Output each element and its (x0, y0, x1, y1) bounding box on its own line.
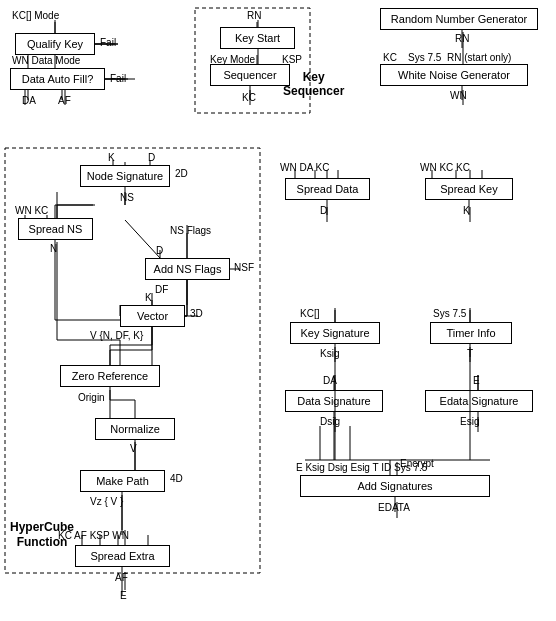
timer-info-box: Timer Info (430, 322, 512, 344)
rn-start-label: RN (start only) (447, 52, 511, 63)
random-number-box: Random Number Generator (380, 8, 538, 30)
edata-label: EDATA (378, 502, 410, 513)
af2-label: AF (115, 572, 128, 583)
normalize-box: Normalize (95, 418, 175, 440)
e1-label: E (120, 590, 127, 601)
wn-da-kc-label: WN DA KC (280, 162, 329, 173)
kc3-label: KC[] (300, 308, 319, 319)
kc-af-ksp-wn-label: KC AF KSP WN (58, 530, 129, 541)
vz-label: Vz { V } (90, 496, 123, 507)
kc2-label: KC (383, 52, 397, 63)
key-sequencer-label: KeySequencer (283, 70, 344, 98)
n-label: N (50, 243, 57, 254)
rn-label: RN (247, 10, 261, 21)
sys75-label: Sys 7.5 (408, 52, 441, 63)
da-label: DA (22, 95, 36, 106)
d2-label: D (156, 245, 163, 256)
esig-label: Esig (460, 416, 479, 427)
kc-seq-label: KC (242, 92, 256, 103)
key-signature-box: Key Signature (290, 322, 380, 344)
wn-kc-label: WN KC (15, 205, 48, 216)
sequencer-box: Sequencer (210, 64, 290, 86)
k-label: K (108, 152, 115, 163)
data-auto-fill-box: Data Auto Fill? (10, 68, 105, 90)
edata-signature-box: Edata Signature (425, 390, 533, 412)
dsig-label: Dsig (320, 416, 340, 427)
add-ns-flags-box: Add NS Flags (145, 258, 230, 280)
2d-label: 2D (175, 168, 188, 179)
4d-label: 4D (170, 473, 183, 484)
key-start-box: Key Start (220, 27, 295, 49)
sys75-2-label: Sys 7.5 (433, 308, 466, 319)
spread-key-box: Spread Key (425, 178, 513, 200)
d-label: D (148, 152, 155, 163)
rn2-label: RN (455, 33, 469, 44)
zero-reference-box: Zero Reference (60, 365, 160, 387)
df-label: DF (155, 284, 168, 295)
nsf-label: NSF (234, 262, 254, 273)
spread-ns-box: Spread NS (18, 218, 93, 240)
white-noise-box: White Noise Generator (380, 64, 528, 86)
data-signature-box: Data Signature (285, 390, 383, 412)
sigs-labels: E Ksig Dsig Esig T ID Sys 7.5 (296, 462, 427, 473)
add-signatures-box: Add Signatures (300, 475, 490, 497)
make-path-box: Make Path (80, 470, 165, 492)
ksig-label: Ksig (320, 348, 339, 359)
3d-label: 3D (190, 308, 203, 319)
node-signature-box: Node Signature (80, 165, 170, 187)
vector-box: Vector (120, 305, 185, 327)
d3-label: D (320, 205, 327, 216)
wn-label: WN (450, 90, 467, 101)
ns-flags-label: NS Flags (170, 225, 211, 236)
k3-label: K (463, 205, 470, 216)
af-label: AF (58, 95, 71, 106)
spread-data-box: Spread Data (285, 178, 370, 200)
k2-label: K (145, 292, 152, 303)
v-label: V (130, 443, 137, 454)
v-ndfk-label: V {N, DF, K} (90, 330, 143, 341)
origin-label: Origin (78, 392, 105, 403)
fail1-label: Fail (100, 37, 116, 48)
qualify-key-box: Qualify Key (15, 33, 95, 55)
t-label: T (467, 348, 473, 359)
ns-label: NS (120, 192, 134, 203)
svg-line-41 (125, 220, 160, 258)
spread-extra-box: Spread Extra (75, 545, 170, 567)
fail2-label: Fail (110, 73, 126, 84)
wn-kc-kc-label: WN KC KC (420, 162, 470, 173)
da2-label: DA (323, 375, 337, 386)
wn-data-mode-label: WN Data Mode (12, 55, 80, 66)
kc-mode-label: KC[] Mode (12, 10, 59, 21)
e2-label: E (473, 375, 480, 386)
